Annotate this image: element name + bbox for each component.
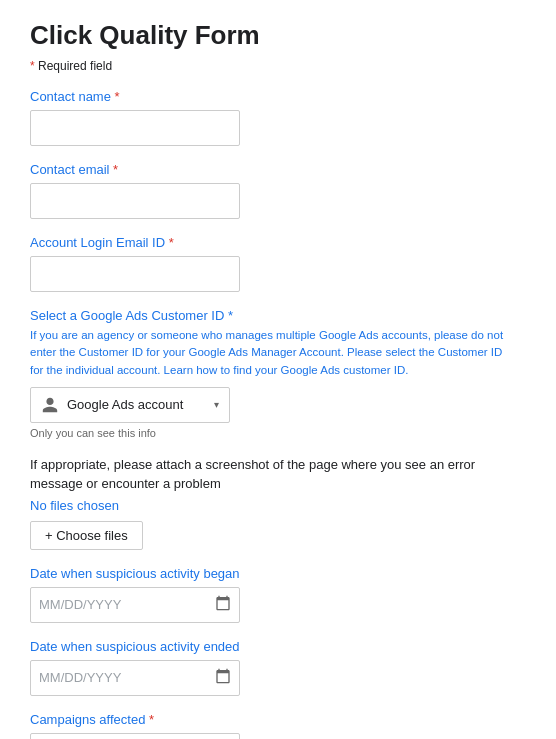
date-ended-label: Date when suspicious activity ended [30,639,526,654]
screenshot-group: If appropriate, please attach a screensh… [30,455,526,550]
account-login-email-label: Account Login Email ID * [30,235,526,250]
account-login-email-group: Account Login Email ID * [30,235,526,292]
calendar-icon [215,595,231,614]
contact-name-input[interactable] [30,110,240,146]
required-note: * Required field [30,59,526,73]
date-started-input[interactable]: MM/DD/YYYY [30,587,240,623]
calendar-icon-2 [215,668,231,687]
only-you-note: Only you can see this info [30,427,526,439]
date-started-placeholder: MM/DD/YYYY [39,597,121,612]
contact-name-group: Contact name * [30,89,526,146]
contact-name-label: Contact name * [30,89,526,104]
contact-email-input[interactable] [30,183,240,219]
contact-email-label: Contact email * [30,162,526,177]
campaigns-affected-group: Campaigns affected * Add additional [30,712,526,739]
page-title: Click Quality Form [30,20,526,51]
account-login-email-input[interactable] [30,256,240,292]
screenshot-label: If appropriate, please attach a screensh… [30,455,510,494]
google-ads-dropdown[interactable]: Google Ads account ▾ Google Ads account [30,387,230,423]
date-ended-input[interactable]: MM/DD/YYYY [30,660,240,696]
date-started-group: Date when suspicious activity began MM/D… [30,566,526,623]
campaigns-affected-input[interactable] [30,733,240,739]
no-files-text: No files chosen [30,498,526,513]
contact-email-group: Contact email * [30,162,526,219]
date-started-label: Date when suspicious activity began [30,566,526,581]
campaigns-affected-label: Campaigns affected * [30,712,526,727]
google-ads-label: Select a Google Ads Customer ID * [30,308,526,323]
google-ads-customer-id-group: Select a Google Ads Customer ID * If you… [30,308,526,439]
date-ended-placeholder: MM/DD/YYYY [39,670,121,685]
date-ended-group: Date when suspicious activity ended MM/D… [30,639,526,696]
google-ads-info: If you are an agency or someone who mana… [30,327,510,379]
choose-files-button[interactable]: + Choose files [30,521,143,550]
